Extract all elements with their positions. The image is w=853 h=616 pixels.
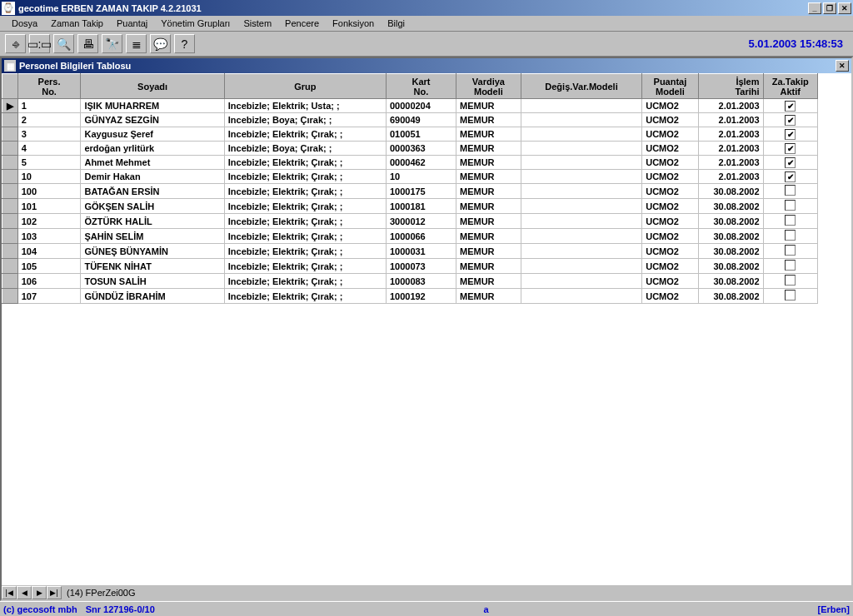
row-selector[interactable] xyxy=(2,142,18,156)
aktif-checkbox[interactable] xyxy=(785,275,796,286)
cell[interactable]: 10 xyxy=(17,170,81,184)
table-row[interactable]: 105TÜFENK NİHATIncebizle; Elektrik; Çıra… xyxy=(2,259,818,274)
cell[interactable]: MEMUR xyxy=(456,184,521,199)
cell[interactable]: 2.01.2003 xyxy=(698,142,763,156)
cell[interactable]: 104 xyxy=(17,244,81,259)
cell[interactable]: BATAĞAN ERSİN xyxy=(81,184,224,199)
toolbar-btn-5[interactable]: ≣ xyxy=(126,34,147,53)
cell-aktif[interactable]: ✔ xyxy=(763,170,817,184)
col-header-2[interactable]: Grup xyxy=(224,74,386,99)
close-button[interactable]: ✕ xyxy=(838,2,851,14)
cell[interactable]: UCMO2 xyxy=(642,127,698,142)
cell[interactable]: UCMO2 xyxy=(642,229,698,244)
cell-aktif[interactable] xyxy=(763,214,817,229)
menu-dosya[interactable]: Dosya xyxy=(5,17,44,30)
cell[interactable]: UCMO2 xyxy=(642,274,698,289)
cell[interactable]: 4 xyxy=(17,142,81,156)
col-header-8[interactable]: Za.TakipAktif xyxy=(763,74,817,99)
cell[interactable]: 30.08.2002 xyxy=(698,289,763,304)
table-row[interactable]: 5Ahmet MehmetIncebizle; Elektrik; Çırak;… xyxy=(2,156,818,170)
cell[interactable]: 00000204 xyxy=(386,99,456,113)
cell[interactable]: 2 xyxy=(17,113,81,127)
aktif-checkbox[interactable] xyxy=(785,215,796,226)
cell[interactable] xyxy=(521,170,641,184)
row-selector[interactable] xyxy=(2,214,18,229)
nav-last-button[interactable]: ▶| xyxy=(47,586,62,599)
aktif-checkbox[interactable] xyxy=(785,245,796,256)
menu-bilgi[interactable]: Bilgi xyxy=(381,17,412,30)
cell[interactable]: 0000462 xyxy=(386,156,456,170)
col-header-3[interactable]: KartNo. xyxy=(386,74,456,99)
cell[interactable]: 1000083 xyxy=(386,274,456,289)
cell[interactable]: MEMUR xyxy=(456,127,521,142)
restore-button[interactable]: ❐ xyxy=(823,2,836,14)
aktif-checkbox[interactable]: ✔ xyxy=(785,143,796,154)
cell[interactable]: 1 xyxy=(17,99,81,113)
row-selector[interactable] xyxy=(2,274,18,289)
col-header-4[interactable]: VardiyaModeli xyxy=(456,74,521,99)
personnel-table[interactable]: Pers.No.SoyadıGrupKartNo.VardiyaModeliDe… xyxy=(2,73,818,304)
table-row[interactable]: 106TOSUN SALİHIncebizle; Elektrik; Çırak… xyxy=(2,274,818,289)
cell[interactable]: Incebizle; Elektrik; Çırak; ; xyxy=(224,156,386,170)
cell[interactable]: 0000363 xyxy=(386,142,456,156)
cell[interactable]: erdoğan yrlitürk xyxy=(81,142,224,156)
col-header-0[interactable]: Pers.No. xyxy=(17,74,81,99)
cell[interactable]: UCMO2 xyxy=(642,113,698,127)
toolbar-btn-4[interactable]: 🔭 xyxy=(102,34,122,53)
aktif-checkbox[interactable] xyxy=(785,230,796,241)
cell[interactable]: MEMUR xyxy=(456,289,521,304)
toolbar-btn-3[interactable]: 🖶 xyxy=(77,34,98,53)
toolbar-btn-1[interactable]: ▭:▭ xyxy=(29,34,50,53)
cell[interactable]: 30.08.2002 xyxy=(698,199,763,214)
table-row[interactable]: 104GÜNEŞ BÜNYAMİNIncebizle; Elektrik; Çı… xyxy=(2,244,818,259)
cell[interactable]: Incebizle; Elektrik; Çırak; ; xyxy=(224,184,386,199)
cell[interactable]: 1000192 xyxy=(386,289,456,304)
table-row[interactable]: 10Demir HakanIncebizle; Elektrik; Çırak;… xyxy=(2,170,818,184)
aktif-checkbox[interactable]: ✔ xyxy=(785,101,796,112)
cell-aktif[interactable] xyxy=(763,199,817,214)
row-selector[interactable] xyxy=(2,113,18,127)
table-row[interactable]: 103ŞAHİN SELİMIncebizle; Elektrik; Çırak… xyxy=(2,229,818,244)
cell[interactable]: MEMUR xyxy=(456,274,521,289)
table-row[interactable]: 2GÜNYAZ SEZGİNIncebizle; Boya; Çırak; ;6… xyxy=(2,113,818,127)
row-selector[interactable] xyxy=(2,259,18,274)
cell-aktif[interactable] xyxy=(763,184,817,199)
cell[interactable]: UCMO2 xyxy=(642,99,698,113)
cell[interactable]: 1000181 xyxy=(386,199,456,214)
cell[interactable]: 1000073 xyxy=(386,259,456,274)
cell[interactable]: 2.01.2003 xyxy=(698,170,763,184)
nav-first-button[interactable]: |◀ xyxy=(2,586,17,599)
cell[interactable]: MEMUR xyxy=(456,214,521,229)
cell[interactable]: UCMO2 xyxy=(642,214,698,229)
cell[interactable]: GÜNEŞ BÜNYAMİN xyxy=(81,244,224,259)
cell[interactable] xyxy=(521,274,641,289)
cell[interactable] xyxy=(521,127,641,142)
cell[interactable] xyxy=(521,214,641,229)
row-selector[interactable] xyxy=(2,127,18,142)
child-close-button[interactable]: ✕ xyxy=(836,60,849,72)
cell[interactable]: Kaygusuz Şeref xyxy=(81,127,224,142)
cell[interactable]: 5 xyxy=(17,156,81,170)
cell[interactable]: 105 xyxy=(17,259,81,274)
cell[interactable]: MEMUR xyxy=(456,170,521,184)
aktif-checkbox[interactable] xyxy=(785,200,796,211)
cell[interactable]: Incebizle; Elektrik; Çırak; ; xyxy=(224,199,386,214)
cell-aktif[interactable] xyxy=(763,274,817,289)
table-row[interactable]: 102ÖZTÜRK HALİLIncebizle; Elektrik; Çıra… xyxy=(2,214,818,229)
minimize-button[interactable]: _ xyxy=(808,2,821,14)
table-row[interactable]: 100BATAĞAN ERSİNIncebizle; Elektrik; Çır… xyxy=(2,184,818,199)
table-row[interactable]: ▶1IŞIK MUHARREMIncebizle; Elektrik; Usta… xyxy=(2,99,818,113)
cell[interactable]: IŞIK MUHARREM xyxy=(81,99,224,113)
cell[interactable]: MEMUR xyxy=(456,113,521,127)
cell[interactable] xyxy=(521,113,641,127)
toolbar-btn-2[interactable]: 🔍 xyxy=(53,34,74,53)
row-selector[interactable] xyxy=(2,229,18,244)
cell-aktif[interactable]: ✔ xyxy=(763,127,817,142)
menu-puantaj[interactable]: Puantaj xyxy=(110,17,154,30)
table-row[interactable]: 107GÜNDÜZ İBRAHİMIncebizle; Elektrik; Çı… xyxy=(2,289,818,304)
cell[interactable]: MEMUR xyxy=(456,99,521,113)
cell[interactable]: 100 xyxy=(17,184,81,199)
col-header-7[interactable]: İşlemTarihi xyxy=(698,74,763,99)
cell-aktif[interactable]: ✔ xyxy=(763,113,817,127)
cell[interactable]: UCMO2 xyxy=(642,199,698,214)
